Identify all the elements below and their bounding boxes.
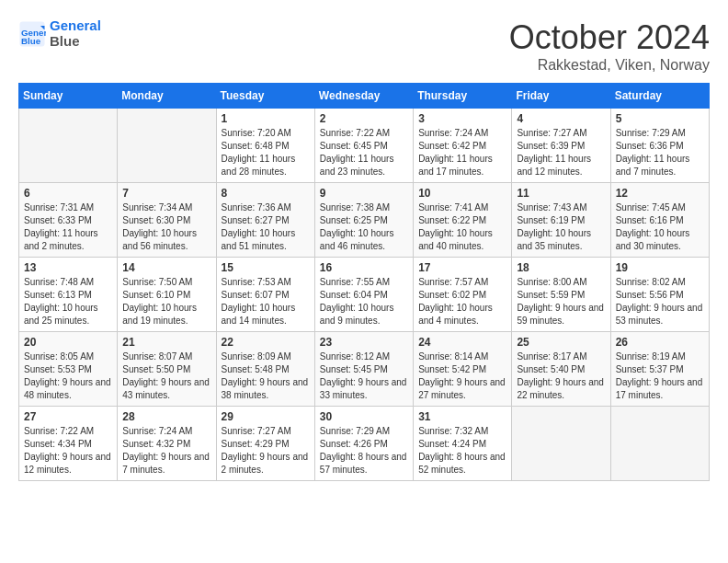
- svg-text:Blue: Blue: [21, 35, 41, 45]
- day-number: 31: [418, 410, 506, 423]
- day-info: Sunrise: 7:22 AMSunset: 4:34 PMDaylight:…: [24, 425, 112, 477]
- calendar-cell: 17Sunrise: 7:57 AMSunset: 6:02 PMDayligh…: [414, 258, 512, 332]
- day-info: Sunrise: 7:34 AMSunset: 6:30 PMDaylight:…: [122, 201, 210, 253]
- day-info: Sunrise: 7:32 AMSunset: 4:24 PMDaylight:…: [418, 425, 506, 477]
- calendar-cell: 10Sunrise: 7:41 AMSunset: 6:22 PMDayligh…: [414, 183, 512, 258]
- day-number: 22: [222, 336, 310, 349]
- day-info: Sunrise: 7:29 AMSunset: 6:36 PMDaylight:…: [616, 127, 704, 178]
- day-info: Sunrise: 7:38 AMSunset: 6:25 PMDaylight:…: [320, 201, 408, 253]
- day-info: Sunrise: 8:07 AMSunset: 5:50 PMDaylight:…: [122, 350, 210, 402]
- weekday-header-saturday: Saturday: [610, 84, 709, 109]
- calendar-cell: 6Sunrise: 7:31 AMSunset: 6:33 PMDaylight…: [19, 183, 118, 258]
- calendar-week-row: 20Sunrise: 8:05 AMSunset: 5:53 PMDayligh…: [19, 332, 710, 407]
- day-number: 4: [517, 112, 605, 125]
- weekday-header-tuesday: Tuesday: [216, 84, 314, 109]
- day-info: Sunrise: 7:29 AMSunset: 4:26 PMDaylight:…: [320, 425, 408, 477]
- logo-general: General: [50, 17, 101, 33]
- calendar-week-row: 13Sunrise: 7:48 AMSunset: 6:13 PMDayligh…: [19, 258, 710, 332]
- day-info: Sunrise: 7:24 AMSunset: 4:32 PMDaylight:…: [122, 425, 210, 477]
- weekday-header-wednesday: Wednesday: [314, 84, 413, 109]
- day-number: 7: [122, 187, 210, 200]
- day-number: 9: [320, 187, 408, 200]
- day-number: 14: [122, 261, 210, 274]
- day-info: Sunrise: 7:22 AMSunset: 6:45 PMDaylight:…: [320, 127, 408, 178]
- day-info: Sunrise: 8:02 AMSunset: 5:56 PMDaylight:…: [616, 276, 704, 327]
- day-info: Sunrise: 7:53 AMSunset: 6:07 PMDaylight:…: [222, 276, 310, 327]
- day-number: 18: [517, 261, 605, 274]
- day-number: 3: [418, 112, 506, 125]
- calendar-cell: 22Sunrise: 8:09 AMSunset: 5:48 PMDayligh…: [216, 332, 314, 407]
- page-header: General Blue General Blue October 2024 R…: [18, 18, 710, 74]
- calendar-table: SundayMondayTuesdayWednesdayThursdayFrid…: [18, 83, 710, 481]
- day-number: 1: [222, 112, 310, 125]
- day-info: Sunrise: 7:27 AMSunset: 4:29 PMDaylight:…: [222, 425, 310, 477]
- calendar-cell: 9Sunrise: 7:38 AMSunset: 6:25 PMDaylight…: [314, 183, 413, 258]
- calendar-cell: 21Sunrise: 8:07 AMSunset: 5:50 PMDayligh…: [118, 332, 216, 407]
- calendar-cell: 7Sunrise: 7:34 AMSunset: 6:30 PMDaylight…: [118, 183, 216, 258]
- weekday-header-monday: Monday: [118, 84, 216, 109]
- day-number: 13: [24, 261, 112, 274]
- weekday-header-thursday: Thursday: [414, 84, 512, 109]
- calendar-cell: [512, 407, 610, 481]
- day-number: 20: [24, 336, 112, 349]
- day-number: 5: [616, 112, 704, 125]
- day-number: 11: [517, 187, 605, 200]
- calendar-cell: [19, 109, 118, 183]
- day-number: 17: [418, 261, 506, 274]
- title-block: October 2024 Rakkestad, Viken, Norway: [509, 18, 710, 74]
- calendar-cell: 5Sunrise: 7:29 AMSunset: 6:36 PMDaylight…: [610, 109, 709, 183]
- weekday-header-friday: Friday: [512, 84, 610, 109]
- day-info: Sunrise: 7:27 AMSunset: 6:39 PMDaylight:…: [517, 127, 605, 178]
- calendar-cell: 2Sunrise: 7:22 AMSunset: 6:45 PMDaylight…: [314, 109, 413, 183]
- calendar-week-row: 1Sunrise: 7:20 AMSunset: 6:48 PMDaylight…: [19, 109, 710, 183]
- calendar-cell: 4Sunrise: 7:27 AMSunset: 6:39 PMDaylight…: [512, 109, 610, 183]
- calendar-week-row: 27Sunrise: 7:22 AMSunset: 4:34 PMDayligh…: [19, 407, 710, 481]
- calendar-cell: 31Sunrise: 7:32 AMSunset: 4:24 PMDayligh…: [414, 407, 512, 481]
- day-number: 24: [418, 336, 506, 349]
- calendar-cell: 26Sunrise: 8:19 AMSunset: 5:37 PMDayligh…: [610, 332, 709, 407]
- day-number: 28: [122, 410, 210, 423]
- calendar-cell: 30Sunrise: 7:29 AMSunset: 4:26 PMDayligh…: [314, 407, 413, 481]
- day-number: 16: [320, 261, 408, 274]
- day-info: Sunrise: 8:14 AMSunset: 5:42 PMDaylight:…: [418, 350, 506, 402]
- logo: General Blue General Blue: [18, 18, 101, 49]
- calendar-cell: 16Sunrise: 7:55 AMSunset: 6:04 PMDayligh…: [314, 258, 413, 332]
- day-info: Sunrise: 7:41 AMSunset: 6:22 PMDaylight:…: [418, 201, 506, 253]
- day-info: Sunrise: 8:12 AMSunset: 5:45 PMDaylight:…: [320, 350, 408, 402]
- day-number: 26: [616, 336, 704, 349]
- calendar-cell: 8Sunrise: 7:36 AMSunset: 6:27 PMDaylight…: [216, 183, 314, 258]
- day-info: Sunrise: 8:17 AMSunset: 5:40 PMDaylight:…: [517, 350, 605, 402]
- day-number: 6: [24, 187, 112, 200]
- day-info: Sunrise: 7:20 AMSunset: 6:48 PMDaylight:…: [222, 127, 310, 178]
- day-number: 12: [616, 187, 704, 200]
- calendar-header-row: SundayMondayTuesdayWednesdayThursdayFrid…: [19, 84, 710, 109]
- day-info: Sunrise: 7:36 AMSunset: 6:27 PMDaylight:…: [222, 201, 310, 253]
- day-number: 19: [616, 261, 704, 274]
- calendar-cell: 12Sunrise: 7:45 AMSunset: 6:16 PMDayligh…: [610, 183, 709, 258]
- calendar-cell: 3Sunrise: 7:24 AMSunset: 6:42 PMDaylight…: [414, 109, 512, 183]
- day-number: 25: [517, 336, 605, 349]
- calendar-cell: 28Sunrise: 7:24 AMSunset: 4:32 PMDayligh…: [118, 407, 216, 481]
- day-number: 23: [320, 336, 408, 349]
- day-number: 27: [24, 410, 112, 423]
- day-number: 2: [320, 112, 408, 125]
- calendar-cell: 13Sunrise: 7:48 AMSunset: 6:13 PMDayligh…: [19, 258, 118, 332]
- location: Rakkestad, Viken, Norway: [509, 57, 710, 74]
- calendar-cell: 1Sunrise: 7:20 AMSunset: 6:48 PMDaylight…: [216, 109, 314, 183]
- calendar-cell: 19Sunrise: 8:02 AMSunset: 5:56 PMDayligh…: [610, 258, 709, 332]
- calendar-cell: 27Sunrise: 7:22 AMSunset: 4:34 PMDayligh…: [19, 407, 118, 481]
- calendar-cell: [118, 109, 216, 183]
- calendar-cell: 11Sunrise: 7:43 AMSunset: 6:19 PMDayligh…: [512, 183, 610, 258]
- calendar-cell: 20Sunrise: 8:05 AMSunset: 5:53 PMDayligh…: [19, 332, 118, 407]
- logo-icon: General Blue: [18, 20, 46, 48]
- day-info: Sunrise: 7:31 AMSunset: 6:33 PMDaylight:…: [24, 201, 112, 253]
- day-info: Sunrise: 7:43 AMSunset: 6:19 PMDaylight:…: [517, 201, 605, 253]
- day-info: Sunrise: 7:57 AMSunset: 6:02 PMDaylight:…: [418, 276, 506, 327]
- day-info: Sunrise: 8:19 AMSunset: 5:37 PMDaylight:…: [616, 350, 704, 402]
- day-number: 21: [122, 336, 210, 349]
- day-number: 30: [320, 410, 408, 423]
- day-info: Sunrise: 7:50 AMSunset: 6:10 PMDaylight:…: [122, 276, 210, 327]
- calendar-week-row: 6Sunrise: 7:31 AMSunset: 6:33 PMDaylight…: [19, 183, 710, 258]
- calendar-cell: 18Sunrise: 8:00 AMSunset: 5:59 PMDayligh…: [512, 258, 610, 332]
- calendar-cell: 14Sunrise: 7:50 AMSunset: 6:10 PMDayligh…: [118, 258, 216, 332]
